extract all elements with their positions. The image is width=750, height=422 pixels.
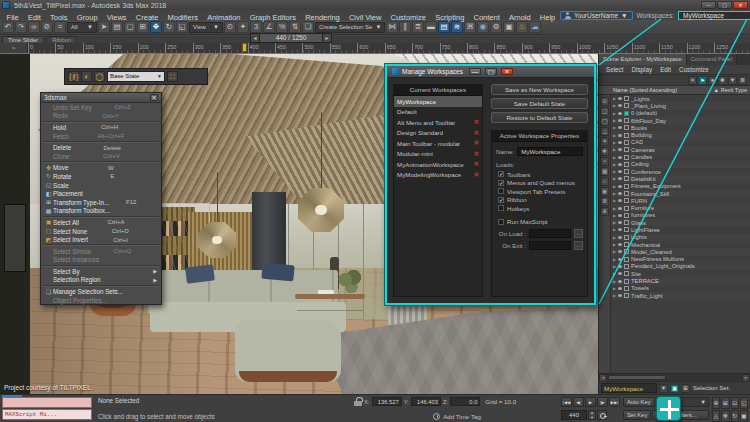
menu-item[interactable]: Rotate E ▶ [41,172,161,181]
scene-explorer-row[interactable]: ▶ CAD [611,139,750,146]
menu-item[interactable]: Redo Ctrl+Y ▶ [41,112,161,121]
explorer-menu-item[interactable]: Customize [676,66,712,73]
delete-workspace-icon[interactable]: ✕ [474,118,479,126]
display-bones-icon[interactable]: ▦ [600,167,609,176]
scene-explorer-row[interactable]: ▶ NewFitness Mullions [611,256,750,263]
expand-arrow-icon[interactable]: ▶ [613,271,616,276]
scene-explorer-row[interactable]: ▶ furnitures [611,212,750,219]
menu-item[interactable]: Manage Selection Sets... ▶ [41,287,161,296]
visibility-eye-icon[interactable] [618,250,622,253]
workspace-row[interactable]: Modular-mini ✕ [394,149,482,160]
expand-arrow-icon[interactable]: ▶ [613,147,616,152]
expand-arrow-icon[interactable]: ▶ [613,257,616,262]
scrollbar-thumb[interactable] [608,375,666,380]
auto-key-button[interactable]: Auto Key [623,397,655,407]
visibility-eye-icon[interactable] [618,199,622,202]
scene-explorer-row[interactable]: ▶ DetailsKit [611,175,750,182]
dialog-close-button[interactable]: ✕ [501,68,513,75]
visibility-eye-icon[interactable] [618,177,622,180]
configure-columns-icon[interactable]: ≣ [738,76,747,85]
expand-arrow-icon[interactable]: ▶ [613,235,616,240]
workspace-row[interactable]: MyModelingWorkspace ✕ [394,170,482,181]
scene-explorer-row[interactable]: ▶ TERRACE [611,277,750,284]
visibility-eye-icon[interactable] [618,170,622,173]
horizontal-scrollbar[interactable]: ◄ ► [599,373,750,381]
menu-item[interactable]: Selection Region ▶ [41,276,161,285]
menu-item[interactable]: Select By ▶ [41,267,161,276]
delete-workspace-icon[interactable]: ✕ [474,160,479,168]
menu-item[interactable]: Select Instances ▶ [41,256,161,265]
menu-item[interactable]: Tools [45,13,72,22]
previous-frame-icon[interactable]: ◀| [573,397,584,407]
display-containers-icon[interactable]: ⊕ [600,207,609,216]
zoom-all-icon[interactable]: ⊞ [721,397,729,409]
visibility-eye-icon[interactable] [618,119,622,122]
workspace-row[interactable]: MyWorkspace ✕ [394,96,482,107]
listener-pane[interactable]: MAXScript Mi... [2,409,92,420]
delete-objects-icon[interactable]: ▼ [728,76,737,85]
load-option-checkbox[interactable]: Hotkeys [496,204,583,213]
expand-arrow-icon[interactable]: ▶ [613,103,616,108]
scene-explorer-row[interactable]: ▶ Traffic_Light [611,292,750,299]
browse-button[interactable]: … [574,229,583,238]
transform-lock-icon[interactable] [354,397,362,406]
visibility-eye-icon[interactable] [618,185,622,188]
visibility-eye-icon[interactable] [618,243,622,246]
menu-item[interactable]: Fetch Alt+Ctrl+F ▶ [41,132,161,141]
scene-explorer-row[interactable]: ▶ Mechanical [611,241,750,248]
display-shapes-icon[interactable]: ◯ [600,117,609,126]
display-all-icon[interactable]: ⊙ [600,97,609,106]
expand-arrow-icon[interactable]: ▶ [613,293,616,298]
expand-arrow-icon[interactable]: ▶ [613,213,616,218]
workspace-row[interactable]: Alt Menu and Toolbar ✕ [394,117,482,128]
explorer-menu-item[interactable]: Edit [657,66,674,73]
checkbox-icon[interactable] [498,205,504,211]
visibility-eye-icon[interactable] [618,126,622,129]
visibility-eye-icon[interactable] [618,156,622,159]
visibility-eye-icon[interactable] [618,163,622,166]
mini-curve-editor-button[interactable]: ≈ [0,43,28,53]
expand-arrow-icon[interactable]: ▶ [613,198,616,203]
menu-item[interactable]: Modifiers [163,13,203,22]
menu-item[interactable]: Rendering [301,13,345,22]
display-layers-icon[interactable]: ≣ [600,197,609,206]
camera-state-icon[interactable]: ⛶ [167,71,178,82]
scene-explorer-row[interactable]: ▶ Pendant_Light_Originals [611,263,750,270]
on-exit-field[interactable] [529,241,571,250]
pick-mode-icon[interactable]: ➤ [698,76,707,85]
scene-explorer-row[interactable]: ▶ LightFlares [611,226,750,233]
display-lights-icon[interactable]: △ [600,127,609,136]
lock-selection-icon[interactable]: ● [708,76,717,85]
dialog-minimize-button[interactable]: — [469,68,481,75]
visibility-eye-icon[interactable] [618,141,622,144]
sphere-state-icon[interactable]: ◯ [94,71,105,82]
close-icon[interactable]: ✕ [150,94,158,101]
next-frame-icon[interactable]: |▶ [597,397,608,407]
scene-explorer-row[interactable]: ▶ Cameras [611,146,750,153]
menu-item[interactable]: Object Properties... ▶ [41,296,161,305]
workspace-dropdown[interactable]: MyWorkspace ▼ [678,11,750,20]
expand-arrow-icon[interactable]: ▶ [613,155,616,160]
menu-item[interactable]: Edit [23,13,45,22]
base-state-dropdown[interactable]: Base State▼ [107,71,165,82]
display-helpers-icon[interactable]: ✚ [600,147,609,156]
dialog-action-button[interactable]: Save as New Workspace [491,84,588,95]
menu-item[interactable]: Delete Delete ▶ [41,143,161,152]
visibility-eye-icon[interactable] [618,112,622,115]
expand-arrow-icon[interactable]: ▶ [613,96,616,101]
menu-item[interactable]: Graph Editors [245,13,300,22]
maxscript-mini-listener[interactable]: MAXScript Mi... [0,395,94,422]
dialog-title-bar[interactable]: Manage Workspaces — ▢ ✕ [387,66,594,78]
explorer-menu-item[interactable]: Select [603,66,627,73]
field-of-view-icon[interactable]: ◬ [712,410,720,422]
name-column-header[interactable]: Name (Sorted Ascending) [613,87,677,93]
x-coordinate-field[interactable]: 136.527 [372,397,402,406]
checkbox-icon[interactable] [498,188,504,194]
add-time-tag[interactable]: Add Time Tag [354,413,560,420]
visibility-eye-icon[interactable] [618,294,622,297]
expand-arrow-icon[interactable]: ▶ [613,169,616,174]
explorer-menu-item[interactable]: Display [629,66,656,73]
menu-item[interactable]: Civil View [344,13,386,22]
z-coordinate-field[interactable]: 0.0 [450,397,480,406]
context-menu-title-bar[interactable]: 3dsmax ✕ [41,93,161,103]
